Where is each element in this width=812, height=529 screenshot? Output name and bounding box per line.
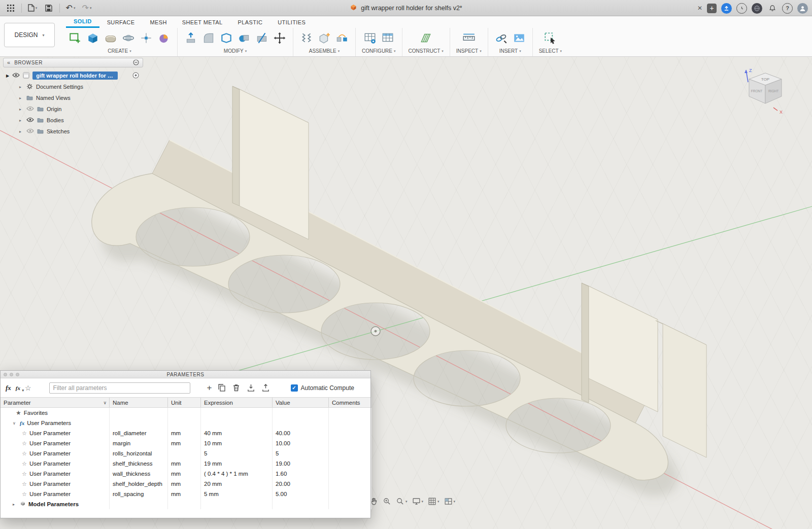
parameter-row[interactable]: ☆User Parameter wall_thickness mm ( 0.4 … [1,469,370,479]
parameter-name-cell[interactable]: roll_spacing [110,489,168,499]
parameter-comments-cell[interactable] [329,448,371,459]
copy-parameter-icon[interactable] [217,383,227,393]
favorites-filter-icon[interactable]: ☆ [25,384,31,392]
favorite-star-icon[interactable]: ☆ [22,461,27,467]
create-sketch-icon[interactable] [68,31,82,45]
job-status-icon[interactable] [721,3,732,14]
display-settings-icon[interactable]: ▾ [412,497,424,506]
root-document-label[interactable]: gift wrapper roll holder for s... [32,72,118,80]
split-body-icon[interactable] [255,31,269,45]
parameter-expression-cell[interactable]: ( 0.4 * 4 ) * 1 mm [201,469,273,479]
column-header-name[interactable]: Name [110,398,168,407]
parameter-name-cell[interactable]: shelf_thickness [110,459,168,469]
export-parameters-icon[interactable] [261,383,271,393]
origin-marker[interactable] [371,327,380,336]
as-built-joint-icon[interactable] [335,31,349,45]
parameters-dialog[interactable]: PARAMETERS fx fx▾ ☆ + [0,370,371,518]
canvas-image-icon[interactable] [512,31,526,45]
group-label-inspect[interactable]: INSPECT [456,48,482,54]
group-label-insert[interactable]: INSERT [499,48,521,54]
create-cylinder-icon[interactable] [104,31,118,45]
notifications-bell-icon[interactable] [767,3,777,14]
import-parameters-icon[interactable] [246,383,256,393]
tab-utilities[interactable]: UTILITIES [270,16,313,28]
browser-item-document-settings[interactable]: ▸ Document Settings [3,81,143,92]
parameter-unit-cell[interactable]: mm [168,469,201,479]
shell-icon[interactable] [219,31,233,45]
visibility-eye-icon[interactable] [26,117,34,123]
parameters-titlebar[interactable]: PARAMETERS [1,371,370,378]
parameter-comments-cell[interactable] [329,489,371,499]
configuration-table-icon[interactable] [381,31,395,45]
parameter-expression-cell[interactable]: 40 mm [201,428,273,438]
visibility-eye-off-icon[interactable] [26,128,34,134]
window-close-dot[interactable] [4,373,7,376]
tab-mesh[interactable]: MESH [142,16,174,28]
tab-solid[interactable]: SOLID [66,16,99,28]
parameter-row[interactable]: ☆User Parameter margin mm 10 mm 10.00 [1,438,370,448]
parameter-unit-cell[interactable] [168,448,201,459]
visibility-eye-icon[interactable] [12,73,20,79]
parameter-unit-cell[interactable]: mm [168,489,201,499]
fx-derived-icon[interactable]: fx▾ [16,385,20,391]
parameter-unit-cell[interactable]: mm [168,459,201,469]
browser-item-named-views[interactable]: ▸ Named Views [3,92,143,103]
parameter-name-cell[interactable]: rolls_horizontal [110,448,168,459]
parameter-expression-cell[interactable]: 19 mm [201,459,273,469]
parameter-comments-cell[interactable] [329,428,371,438]
create-pattern-icon[interactable] [139,31,153,45]
parameter-name-cell[interactable]: shelf_holder_depth [110,479,168,489]
favorite-star-icon[interactable]: ☆ [22,441,27,446]
create-box-icon[interactable] [86,31,100,45]
parameter-comments-cell[interactable] [329,479,371,489]
parameter-expression-cell[interactable]: 10 mm [201,438,273,448]
browser-header[interactable]: « BROWSER [3,58,143,67]
parameter-row[interactable]: ☆User Parameter rolls_horizontal 5 5 [1,448,370,459]
parameter-name-cell[interactable]: margin [110,438,168,448]
expand-caret-icon[interactable]: ▸ [19,129,23,134]
parameter-comments-cell[interactable] [329,469,371,479]
combine-icon[interactable] [237,31,251,45]
expand-caret-icon[interactable]: ▸ [19,107,23,112]
window-minimize-dot[interactable] [10,373,13,376]
save-icon[interactable] [43,3,54,14]
parameter-value-cell[interactable]: 5.00 [273,489,329,499]
column-header-unit[interactable]: Unit [168,398,201,407]
parameter-unit-cell[interactable]: mm [168,438,201,448]
parameter-row[interactable]: ☆User Parameter shelf_holder_depth mm 20… [1,479,370,489]
tab-sheet-metal[interactable]: SHEET METAL [175,16,230,28]
parameter-expression-cell[interactable]: 5 [201,448,273,459]
parameter-expression-cell[interactable]: 5 mm [201,489,273,499]
delete-parameter-icon[interactable] [231,383,242,393]
column-header-parameter[interactable]: Parameter∨ [1,398,110,407]
move-copy-icon[interactable] [273,31,287,45]
construction-plane-icon[interactable] [419,31,433,45]
favorite-star-icon[interactable]: ☆ [22,431,27,436]
parameter-unit-cell[interactable]: mm [168,428,201,438]
insert-svg-icon[interactable] [494,31,509,45]
browser-minimize-icon[interactable] [133,59,139,66]
parameter-value-cell[interactable]: 10.00 [273,438,329,448]
column-header-value[interactable]: Value [273,398,329,407]
parameter-expression-cell[interactable]: 20 mm [201,479,273,489]
window-controls[interactable] [4,373,19,376]
view-cube[interactable]: Z TOP FRONT RIGHT X [742,67,789,116]
favorites-section-row[interactable]: ★Favorites [1,408,370,418]
viewport-canvas[interactable]: Z TOP FRONT RIGHT X ▾ ▾ [0,57,812,529]
parameter-row[interactable]: ☆User Parameter shelf_thickness mm 19 mm… [1,459,370,469]
parameter-comments-cell[interactable] [329,459,371,469]
app-grid-icon[interactable] [5,3,16,14]
zoom-icon[interactable]: ▾ [396,497,408,506]
favorite-star-icon[interactable]: ☆ [22,471,27,477]
collapse-caret-icon[interactable]: ∨ [13,421,17,426]
favorite-star-icon[interactable]: ☆ [22,481,27,487]
fillet-icon[interactable] [201,31,216,45]
parameter-row[interactable]: ☆User Parameter roll_diameter mm 40 mm 4… [1,428,370,438]
checkbox-checked-icon[interactable]: ✓ [291,384,298,392]
fit-view-icon[interactable] [383,497,391,506]
parameter-row[interactable]: ☆User Parameter roll_spacing mm 5 mm 5.0… [1,489,370,499]
group-label-construct[interactable]: CONSTRUCT [409,48,444,54]
workspace-switcher[interactable]: DESIGN ▾ [4,23,55,47]
window-zoom-dot[interactable] [16,373,19,376]
tab-plastic[interactable]: PLASTIC [230,16,270,28]
